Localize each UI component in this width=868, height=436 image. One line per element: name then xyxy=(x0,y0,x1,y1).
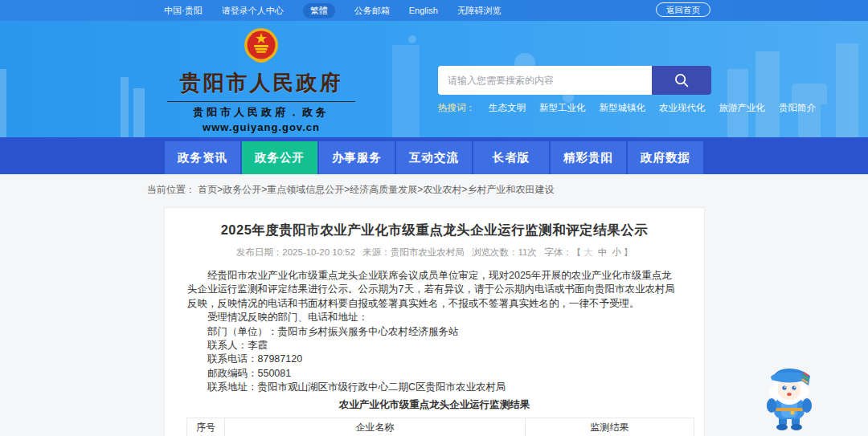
topbar-item-official-mail[interactable]: 公务邮箱 xyxy=(354,5,390,17)
header-banner: 贵阳市人民政府 贵阳市人民政府．政务 www.guiyang.gov.cn 热搜… xyxy=(0,21,868,137)
topbar-menu: 中国·贵阳 请登录个人中心 繁體 公务邮箱 English 无障碍浏览 xyxy=(164,3,502,18)
nav-tab-zhengwu-gongkai[interactable]: 政务公开 xyxy=(242,141,317,174)
header-cell-company: 企业名称 xyxy=(225,418,526,436)
skyline-building xyxy=(121,77,129,137)
article-card: 2025年度贵阳市农业产业化市级重点龙头企业运行监测和评定结果公示 发布日期：2… xyxy=(164,207,705,436)
breadcrumb-label: 当前位置： xyxy=(147,184,195,195)
article-paragraph: 联系电话：87987120 xyxy=(187,352,682,366)
nav-tab-zhangzheban[interactable]: 长者版 xyxy=(473,141,549,174)
topbar-item-english[interactable]: English xyxy=(409,6,438,15)
bokeh-dot xyxy=(408,35,416,43)
article-title: 2025年度贵阳市农业产业化市级重点龙头企业运行监测和评定结果公示 xyxy=(165,222,704,239)
header-cell-index: 序号 xyxy=(187,418,225,436)
publish-date: 发布日期：2025-10-20 10:52 xyxy=(236,247,355,257)
topbar-item-login-center[interactable]: 请登录个人中心 xyxy=(222,5,284,17)
article-body: 经贵阳市农业产业化市级重点龙头企业联席会议成员单位审定，现对2025年开展的农业… xyxy=(187,269,682,395)
article-paragraph: 邮政编码：550081 xyxy=(187,367,682,381)
nav-tab-zhengwu-zixun[interactable]: 政务资讯 xyxy=(165,141,240,174)
hotword-link[interactable]: 新型工业化 xyxy=(539,102,586,114)
hotword-link[interactable]: 农业现代化 xyxy=(659,102,706,114)
main-navigation: 政务资讯 政务公开 办事服务 互动交流 长者版 精彩贵阳 政府数据 xyxy=(0,137,868,174)
skyline-building xyxy=(836,43,858,137)
skyline-building xyxy=(133,88,145,137)
font-size-large-button[interactable]: 大 xyxy=(583,247,593,257)
article-meta: 发布日期：2025-10-20 10:52 来源：贵阳市农业农村局 浏览次数：1… xyxy=(165,247,704,259)
font-size-small-button[interactable]: 小 xyxy=(612,247,621,257)
article-paragraph: 联系人：李霞 xyxy=(187,339,682,352)
top-utility-bar: 中国·贵阳 请登录个人中心 繁體 公务邮箱 English 无障碍浏览 返回首页 xyxy=(0,0,868,21)
search-button[interactable] xyxy=(652,66,711,95)
hotword-link[interactable]: 旅游产业化 xyxy=(719,102,766,114)
article-paragraph: 部门（单位）：贵阳市乡村振兴服务中心农村经济服务站 xyxy=(187,325,682,339)
search-area: 热搜词： 生态文明 新型工业化 新型城镇化 农业现代化 旅游产业化 贵阳简介 xyxy=(438,66,727,114)
font-size-medium-button[interactable]: 中 xyxy=(598,247,608,257)
return-home-button[interactable]: 返回首页 xyxy=(656,2,710,17)
monitoring-result-table: 序号 企业名称 监测结果 1 贵州合力超市采购有限公司 合格 2 贵州友禾种业有… xyxy=(186,418,694,436)
assistant-mascot-icon[interactable] xyxy=(757,363,821,432)
hotwords-label: 热搜词： xyxy=(438,102,475,114)
search-icon xyxy=(673,71,690,89)
nav-tab-zhengfu-shuju[interactable]: 政府数据 xyxy=(628,141,703,174)
breadcrumb-bar: 当前位置： 首页>政务公开>重点领域信息公开>经济高质量发展>农业农村>乡村产业… xyxy=(0,174,868,206)
site-subtitle: 贵阳市人民政府．政务 xyxy=(161,105,362,120)
national-emblem-icon xyxy=(244,27,279,64)
hotword-link[interactable]: 生态文明 xyxy=(489,102,526,114)
site-logo[interactable]: 贵阳市人民政府 贵阳市人民政府．政务 www.guiyang.gov.cn xyxy=(161,27,362,133)
header-cell-result: 监测结果 xyxy=(526,418,694,436)
table-caption: 农业产业化市级重点龙头企业运行监测结果 xyxy=(165,398,704,412)
skyline-building xyxy=(755,51,780,137)
topbar-item-accessibility[interactable]: 无障碍浏览 xyxy=(457,5,502,17)
article-paragraph: 受理情况反映的部门、电话和地址： xyxy=(187,311,682,324)
title-divider xyxy=(167,101,355,102)
site-title: 贵阳市人民政府 xyxy=(161,69,362,97)
breadcrumb-path[interactable]: 首页>政务公开>重点领域信息公开>经济高质量发展>农业农村>乡村产业和农田建设 xyxy=(198,184,554,195)
nav-tab-jingcai-guiyang[interactable]: 精彩贵阳 xyxy=(551,141,626,174)
skyline-building xyxy=(392,45,420,137)
hotword-link[interactable]: 贵阳简介 xyxy=(779,102,816,114)
nav-tab-hudong-jiaoliu[interactable]: 互动交流 xyxy=(396,141,472,174)
hot-search-words: 热搜词： 生态文明 新型工业化 新型城镇化 农业现代化 旅游产业化 贵阳简介 xyxy=(438,102,727,114)
font-size-label: 字体：【 xyxy=(544,247,581,257)
hotword-link[interactable]: 新型城镇化 xyxy=(600,102,646,114)
skyline-building xyxy=(0,69,6,137)
article-paragraph: 经贵阳市农业产业化市级重点龙头企业联席会议成员单位审定，现对2025年开展的农业… xyxy=(187,269,682,311)
view-count: 浏览次数：11次 xyxy=(472,247,537,257)
article-source: 来源：贵阳市农业农村局 xyxy=(362,247,465,257)
font-size-bracket: 】 xyxy=(624,247,633,257)
table-header-row: 序号 企业名称 监测结果 xyxy=(187,418,694,436)
search-input[interactable] xyxy=(438,66,652,95)
site-url: www.guiyang.gov.cn xyxy=(161,121,362,133)
article-paragraph: 联系地址：贵阳市观山湖区市级行政中心二期C区贵阳市农业农村局 xyxy=(187,381,682,394)
topbar-item-china-guiyang[interactable]: 中国·贵阳 xyxy=(164,5,203,17)
nav-tab-banshi-fuwu[interactable]: 办事服务 xyxy=(319,141,395,174)
topbar-item-traditional-chinese[interactable]: 繁體 xyxy=(303,3,335,18)
